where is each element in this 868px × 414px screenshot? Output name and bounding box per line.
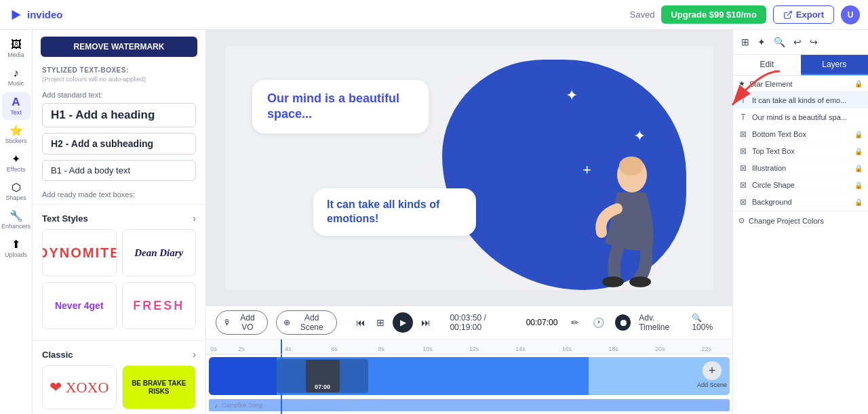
speech-bubble-2[interactable]: It can take all kinds of emotions! (313, 188, 476, 236)
undo-button[interactable]: ↩ (791, 34, 804, 50)
ruler-mark-16: 16s (544, 346, 591, 352)
export-button[interactable]: Export (773, 5, 834, 24)
playhead-track (281, 354, 282, 414)
style-card-dynamite[interactable]: DYNOMITE (42, 229, 117, 276)
add-scene-button[interactable]: ⊕ Add Scene (276, 310, 338, 335)
classic-section: Classic › ❤ XOXO BE BRAVE TAKE RISKS YOU… (33, 340, 205, 414)
layers-list: ★ Star Element 🔒 T It can take all kinds… (733, 76, 868, 230)
layer-illustration[interactable]: ⊠ Illustration 🔒 (733, 160, 868, 177)
layer-bottom-text-box[interactable]: ⊠ Bottom Text Box 🔒 (733, 126, 868, 143)
media-icon: 🖼 (11, 39, 22, 50)
image-layer-icon-5: ⊠ (738, 163, 748, 173)
style-card-dean[interactable]: Dean Diary (122, 229, 197, 276)
timeline-track-area[interactable]: 07:00 ♪ Campfire Song (206, 354, 732, 414)
lock-icon-3: 🔒 (854, 131, 863, 138)
xoxo-label: ❤ XOXO (50, 379, 108, 396)
ruler-mark-6: 6s (311, 346, 358, 352)
playhead-ruler (281, 339, 282, 354)
edit-time-button[interactable]: ✏ (568, 314, 582, 331)
remove-watermark-button[interactable]: REMOVE WATERMARK (41, 37, 197, 57)
time-display: 00:03:50 / 00:19:00 (450, 313, 515, 332)
add-scene-right[interactable]: + Add Scene (697, 361, 727, 388)
nav-item-music[interactable]: ♪ Music (2, 64, 31, 91)
canvas[interactable]: ✦ ✦ + Our mind is a beautiful space... I… (225, 46, 713, 290)
classic-card-xoxo[interactable]: ❤ XOXO (42, 365, 117, 409)
layer-text-2[interactable]: T Our mind is a beautiful spa... (733, 109, 868, 126)
h2-button[interactable]: H2 - Add a subheading (42, 133, 196, 154)
lock-icon-0: 🔒 (854, 80, 863, 87)
classic-grid: ❤ XOXO BE BRAVE TAKE RISKS YOUR NAMEDREA… (33, 365, 205, 414)
enhancers-icon: 🔧 (9, 211, 23, 222)
classic-header[interactable]: Classic › (33, 346, 205, 365)
icon-nav: 🖼 Media ♪ Music A Text ⭐ Stickers ✦ Effe… (0, 30, 33, 414)
main-clip[interactable]: 07:00 (209, 357, 730, 395)
canvas-container: ✦ ✦ + Our mind is a beautiful space... I… (206, 30, 732, 306)
search-panel-button[interactable]: 🔍 (771, 34, 788, 50)
ruler-mark-18: 18s (590, 346, 637, 352)
classic-card-brave[interactable]: BE BRAVE TAKE RISKS (122, 365, 197, 409)
change-project-colors[interactable]: ⊙ Change Project Colors (733, 211, 868, 230)
layer-text-1[interactable]: T It can take all kinds of emo... (733, 92, 868, 109)
ruler-mark-20: 20s (637, 346, 684, 352)
canvas-area: ✦ ✦ + Our mind is a beautiful space... I… (206, 30, 732, 414)
standard-text-label: Add standard text: (33, 87, 205, 103)
add-scene-plus-icon[interactable]: + (703, 361, 722, 380)
nav-item-stickers[interactable]: ⭐ Stickers (2, 121, 31, 148)
nav-item-enhancers[interactable]: 🔧 Enhancers (2, 207, 31, 234)
nav-item-uploads[interactable]: ⬆ Uploads (2, 235, 31, 262)
layer-star-element[interactable]: ★ Star Element 🔒 (733, 76, 868, 92)
layer-circle-shape[interactable]: ⊠ Circle Shape 🔒 (733, 177, 868, 194)
audio-clip: ♪ Campfire Song (209, 399, 730, 411)
time-scene-display: 00:07:00 (526, 318, 558, 327)
nav-item-text[interactable]: A Text (2, 92, 31, 120)
text-layer-icon-2: T (738, 112, 748, 122)
main-area: 🖼 Media ♪ Music A Text ⭐ Stickers ✦ Effe… (0, 30, 868, 414)
upgrade-button[interactable]: Upgrade $99 $10/mo (661, 5, 766, 24)
tab-edit[interactable]: Edit (733, 55, 801, 75)
layer-top-text-box[interactable]: ⊠ Top Text Box 🔒 (733, 143, 868, 160)
svg-point-3 (619, 157, 644, 175)
add-vo-button[interactable]: 🎙 Add VO (216, 310, 268, 335)
ruler-mark-8: 8s (358, 346, 405, 352)
shapes-icon: ⬡ (12, 182, 21, 193)
nav-item-effects[interactable]: ✦ Effects (2, 150, 31, 177)
h1-button[interactable]: H1 - Add a heading (42, 103, 196, 127)
logo: invideo (8, 7, 63, 22)
svg-point-5 (629, 276, 651, 287)
ruler-mark-4: 4s (265, 346, 312, 352)
text-styles-header[interactable]: Text Styles › (33, 210, 205, 229)
b1-button[interactable]: B1 - Add a body text (42, 160, 196, 181)
frame-back-button[interactable]: ⊞ (374, 314, 387, 331)
layer-background[interactable]: ⊠ Background 🔒 (733, 194, 868, 211)
adv-timeline-label: Adv. Timeline (639, 313, 684, 332)
record-button[interactable]: ⏺ (615, 314, 631, 331)
text-styles-title: Text Styles (42, 213, 88, 224)
text-styles-section: Text Styles › DYNOMITE Dean Diary Never … (33, 204, 205, 340)
bubble2-text: It can take all kinds of emotions! (327, 198, 462, 226)
timeline-ruler: 0s 2s 4s 6s 8s 10s 12s 14s 16s 18s 20s 2… (206, 339, 732, 354)
nav-item-shapes[interactable]: ⬡ Shapes (2, 178, 31, 205)
grid-view-button[interactable]: ⊞ (738, 34, 752, 50)
skip-forward-button[interactable]: ⏭ (418, 314, 433, 331)
image-layer-icon-4: ⊠ (738, 146, 748, 156)
skip-back-button[interactable]: ⏮ (353, 314, 368, 331)
style-card-never[interactable]: Never 4get (42, 282, 117, 329)
nav-item-media[interactable]: 🖼 Media (2, 35, 31, 62)
avatar[interactable]: U (841, 5, 860, 24)
ruler-mark-0: 0s (209, 346, 218, 352)
person-illustration (557, 134, 679, 290)
logo-text: invideo (27, 9, 63, 20)
tab-layers[interactable]: Layers (801, 55, 869, 75)
clock-button[interactable]: 🕐 (590, 314, 607, 331)
style-card-fresh[interactable]: FRESH (122, 282, 197, 329)
uploads-icon: ⬆ (12, 239, 20, 250)
ruler-mark-12: 12s (451, 346, 498, 352)
magic-button[interactable]: ✦ (755, 34, 768, 50)
image-layer-icon-7: ⊠ (738, 197, 748, 207)
star-icon: ★ (738, 79, 745, 88)
speech-bubble-1[interactable]: Our mind is a beautiful space... (252, 80, 429, 133)
lock-icon-4: 🔒 (854, 148, 863, 155)
lock-icon-5: 🔒 (854, 165, 863, 172)
play-button[interactable]: ▶ (393, 312, 413, 333)
redo-button[interactable]: ↪ (807, 34, 821, 50)
